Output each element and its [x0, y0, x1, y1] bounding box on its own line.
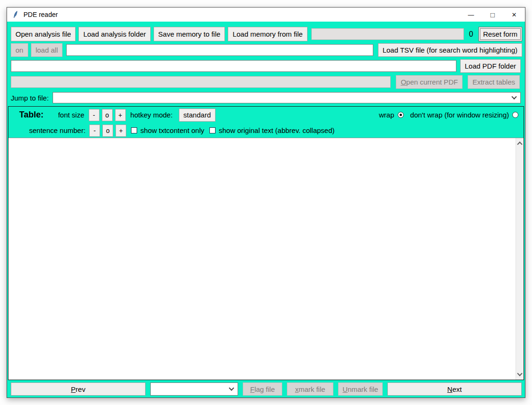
vertical-scrollbar[interactable] [516, 138, 524, 380]
chevron-down-icon[interactable] [230, 388, 238, 390]
x-mark-file-button[interactable]: x mark file [287, 382, 333, 396]
table-controls-row-1: Table: font size - o + hotkey mode: stan… [8, 107, 524, 123]
on-button[interactable]: on [11, 43, 28, 57]
button-mnemonic: P [71, 385, 76, 393]
window-title: PDE reader [23, 11, 58, 18]
show-original-text-label: show original text (abbrev. collapsed) [219, 126, 335, 134]
sentence-number-label: sentence number: [29, 126, 85, 134]
button-mnemonic: x [295, 385, 299, 393]
scroll-up-icon[interactable] [517, 141, 522, 147]
pdf-folder-entry[interactable] [11, 60, 456, 72]
button-mnemonic: F [250, 385, 254, 393]
extract-tables-button[interactable]: Extract tables [468, 75, 520, 89]
app-window: PDE reader — □ ✕ Open analysis file Load… [7, 7, 525, 398]
chevron-down-icon[interactable] [512, 97, 520, 99]
font-size-increase-button[interactable]: + [115, 109, 126, 121]
dont-wrap-radio[interactable]: don't wrap (for window resizing) [410, 111, 518, 119]
font-size-reset-button[interactable]: o [102, 109, 113, 121]
show-txtcontent-label: show txtcontent only [140, 126, 204, 134]
font-size-label: font size [58, 111, 85, 119]
table-section-header: Table: [19, 110, 44, 120]
jump-to-file-combobox[interactable] [53, 92, 521, 103]
table-frame: Table: font size - o + hotkey mode: stan… [8, 106, 524, 380]
sentence-number-increase-button[interactable]: + [116, 125, 126, 137]
close-icon: ✕ [512, 12, 517, 18]
load-memory-from-file-button[interactable]: Load memory from file [228, 27, 307, 41]
reset-form-button[interactable]: Reset form [478, 27, 522, 41]
jump-to-file-row: Jump to file: [11, 92, 521, 103]
button-label: ext [452, 385, 462, 393]
scroll-down-icon[interactable] [517, 371, 522, 376]
table-controls-row-2: sentence number: - o + show txtcontent o… [8, 123, 524, 138]
wrap-radio-label: wrap [379, 111, 394, 119]
font-size-decrease-button[interactable]: - [89, 109, 100, 121]
open-analysis-file-button[interactable]: Open analysis file [11, 27, 76, 41]
button-label: nmark file [347, 385, 378, 393]
sentence-number-reset-button[interactable]: o [102, 125, 113, 137]
tk-feather-icon [12, 11, 19, 18]
sentence-number-buttons: - o + [89, 125, 126, 137]
open-current-pdf-button[interactable]: Open current PDF [396, 75, 463, 89]
hotkey-mode-label: hotkey mode: [131, 111, 173, 119]
bottom-nav-row: Prev Flag file x mark file Unmark file N… [11, 382, 522, 396]
maximize-button[interactable]: □ [482, 8, 503, 22]
checkbox-unchecked-icon [209, 127, 216, 133]
dont-wrap-radio-label: don't wrap (for window resizing) [410, 111, 509, 119]
button-mnemonic: N [447, 385, 453, 393]
toolbar-row-3: Load PDF folder [11, 59, 521, 73]
show-txtcontent-checkbox[interactable]: show txtcontent only [131, 126, 204, 134]
button-label: rev [76, 385, 85, 393]
button-mnemonic: U [343, 385, 348, 393]
save-memory-to-file-button[interactable]: Save memory to file [154, 27, 225, 41]
checkbox-unchecked-icon [131, 127, 137, 133]
counter-label: 0 [467, 30, 476, 39]
show-original-text-checkbox[interactable]: show original text (abbrev. collapsed) [209, 126, 335, 134]
button-label: mark file [299, 385, 325, 393]
window-controls: — □ ✕ [460, 8, 525, 22]
flag-file-button[interactable]: Flag file [243, 382, 282, 396]
hotkey-mode-button[interactable]: standard [179, 109, 216, 122]
next-button[interactable]: Next [387, 382, 522, 396]
sentence-number-decrease-button[interactable]: - [89, 125, 100, 137]
radio-unselected-icon [512, 112, 518, 118]
load-all-button[interactable]: load all [31, 43, 63, 57]
load-analysis-folder-button[interactable]: Load analysis folder [78, 27, 150, 41]
table-content-area [8, 138, 524, 380]
titlebar: PDE reader — □ ✕ [7, 8, 525, 22]
button-label: pen current PDF [406, 78, 458, 86]
wrap-radio[interactable]: wrap [379, 111, 404, 119]
radio-selected-icon [398, 112, 404, 118]
minimize-icon: — [468, 12, 474, 18]
jump-to-file-label: Jump to file: [11, 94, 49, 102]
tsv-file-entry[interactable] [66, 44, 373, 56]
memory-file-entry[interactable] [311, 28, 464, 40]
load-pdf-folder-button[interactable]: Load PDF folder [460, 59, 521, 73]
minimize-button[interactable]: — [460, 8, 482, 22]
close-button[interactable]: ✕ [503, 8, 525, 22]
load-tsv-file-button[interactable]: Load TSV file (for search word highlight… [378, 43, 522, 57]
current-pdf-entry[interactable] [11, 76, 391, 88]
toolbar-row-4: Open current PDF Extract tables [11, 75, 520, 89]
file-mark-combobox[interactable] [150, 382, 238, 396]
button-label: lag file [254, 385, 275, 393]
prev-button[interactable]: Prev [11, 382, 146, 396]
font-size-buttons: - o + [89, 109, 126, 121]
button-mnemonic: O [401, 78, 406, 86]
maximize-icon: □ [490, 11, 494, 18]
unmark-file-button[interactable]: Unmark file [338, 382, 383, 396]
toolbar-row-1: Open analysis file Load analysis folder … [11, 27, 522, 41]
table-text-area[interactable] [8, 138, 516, 380]
toolbar-row-2: on load all Load TSV file (for search wo… [11, 43, 522, 57]
